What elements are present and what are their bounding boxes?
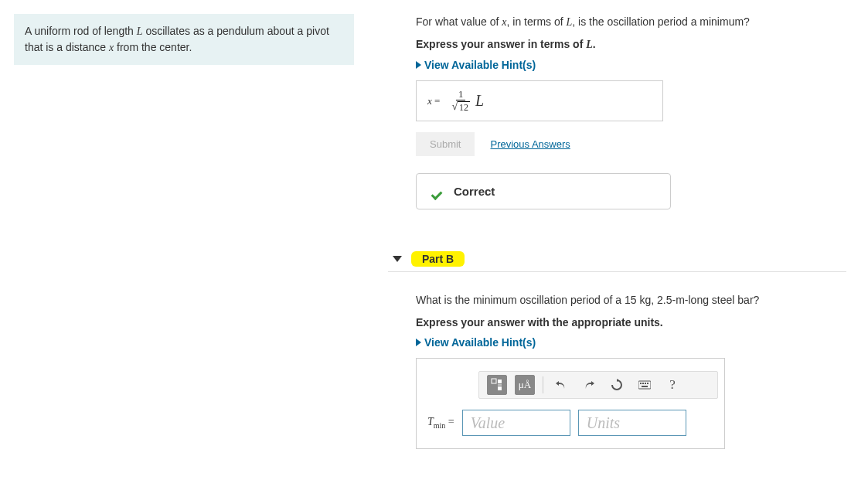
submit-button[interactable]: Submit (416, 132, 475, 156)
svg-rect-8 (647, 383, 648, 384)
chevron-right-icon (416, 339, 421, 346)
svg-rect-9 (642, 386, 648, 387)
part-a-question: For what value of x, in terms of L, is t… (416, 14, 846, 30)
correct-label: Correct (454, 185, 495, 198)
part-b-instruction: Express your answer with the appropriate… (416, 316, 846, 329)
svg-rect-1 (498, 380, 502, 383)
redo-button[interactable] (579, 375, 599, 395)
input-lhs: Tmin = (427, 416, 454, 430)
keyboard-button[interactable] (635, 375, 655, 395)
units-button[interactable]: μÅ (515, 375, 535, 395)
feedback-correct: Correct (416, 173, 671, 209)
svg-rect-3 (498, 386, 502, 390)
svg-rect-6 (642, 383, 644, 384)
svg-rect-5 (640, 383, 642, 384)
part-b-highlight: Part B (411, 251, 465, 267)
view-hints-link-b[interactable]: View Available Hint(s) (416, 336, 846, 349)
check-icon (432, 186, 444, 198)
part-a-instruction: Express your answer in terms of L. (416, 38, 846, 51)
help-button[interactable]: ? (662, 375, 682, 395)
value-input[interactable]: Value (462, 410, 570, 436)
answer-lhs: x = (427, 95, 440, 107)
separator (543, 376, 543, 393)
chevron-right-icon (416, 61, 421, 69)
answer-expression: 1 √12 L (449, 89, 484, 113)
answer-input-box: μÅ ? (416, 358, 725, 449)
reset-button[interactable] (607, 375, 627, 395)
problem-statement: A uniform rod of length L oscillates as … (14, 14, 354, 65)
part-b-header[interactable]: Part B (388, 251, 846, 272)
intro-text: A uniform rod of length (25, 25, 137, 37)
part-b-question: What is the minimum oscillation period o… (416, 292, 846, 308)
svg-rect-0 (492, 379, 496, 383)
answer-box: x = 1 √12 L (416, 80, 663, 121)
previous-answers-link[interactable]: Previous Answers (490, 138, 570, 150)
part-b-label: Part B (417, 252, 458, 266)
formatting-toolbar: μÅ ? (478, 371, 718, 399)
svg-rect-4 (638, 381, 651, 389)
intro-text: from the center. (114, 41, 192, 53)
units-input[interactable]: Units (578, 410, 686, 436)
chevron-down-icon (393, 256, 402, 262)
undo-button[interactable] (551, 375, 571, 395)
svg-rect-7 (645, 383, 646, 384)
view-hints-link[interactable]: View Available Hint(s) (416, 59, 846, 71)
var-L: L (137, 26, 143, 37)
fraction-template-button[interactable] (487, 375, 507, 395)
